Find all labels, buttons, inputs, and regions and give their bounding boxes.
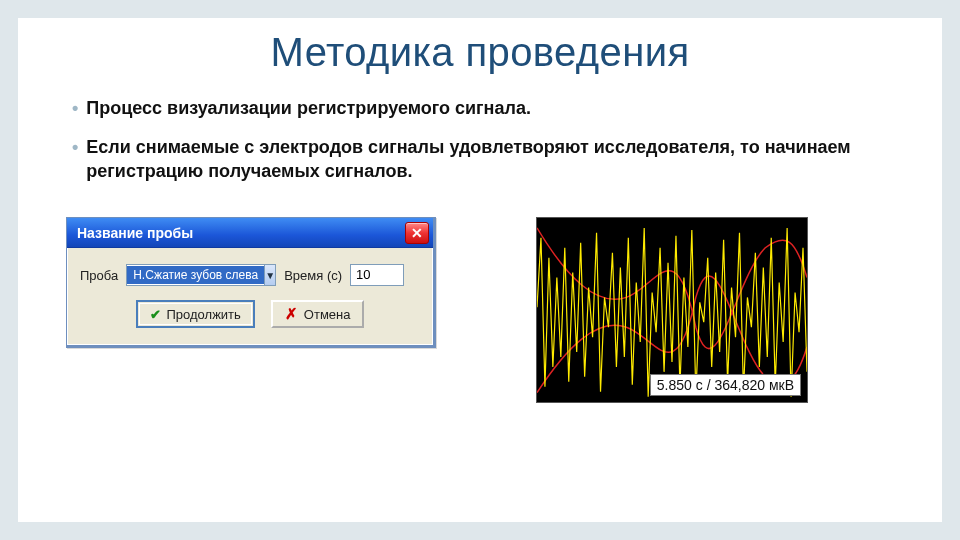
close-icon: ✕ [411, 225, 423, 241]
time-label: Время (с) [284, 268, 342, 283]
check-icon: ✔ [150, 307, 161, 322]
dialog-button-row: ✔ Продолжить ✗ Отмена [80, 300, 420, 328]
proba-select[interactable]: Н.Сжатие зубов слева ▼ [126, 264, 276, 286]
slide-title: Методика проведения [66, 30, 894, 75]
bullet-text: Если снимаемые с электродов сигналы удов… [86, 136, 894, 183]
bullet-dot-icon: • [72, 136, 78, 159]
bullet-dot-icon: • [72, 97, 78, 120]
continue-label: Продолжить [167, 307, 241, 322]
dialog-row-inputs: Проба Н.Сжатие зубов слева ▼ Время (с) 1… [80, 264, 420, 286]
proba-label: Проба [80, 268, 118, 283]
dialog-title: Название пробы [77, 225, 405, 241]
cancel-label: Отмена [304, 307, 351, 322]
time-value: 10 [356, 267, 370, 282]
slide: Методика проведения • Процесс визуализац… [0, 0, 960, 540]
cancel-button[interactable]: ✗ Отмена [271, 300, 365, 328]
plot-readout: 5.850 с / 364,820 мкВ [650, 374, 801, 396]
figures-row: Название пробы ✕ Проба Н.Сжатие зубов сл… [66, 217, 894, 403]
chevron-down-icon[interactable]: ▼ [264, 265, 275, 285]
dialog-titlebar[interactable]: Название пробы ✕ [67, 218, 433, 248]
bullet-item: • Процесс визуализации регистрируемого с… [72, 97, 894, 120]
continue-button[interactable]: ✔ Продолжить [136, 300, 255, 328]
dialog-body: Проба Н.Сжатие зубов слева ▼ Время (с) 1… [67, 248, 433, 345]
time-input[interactable]: 10 [350, 264, 404, 286]
bullet-text: Процесс визуализации регистрируемого сиг… [86, 97, 894, 120]
close-button[interactable]: ✕ [405, 222, 429, 244]
proba-value: Н.Сжатие зубов слева [127, 266, 264, 284]
bullet-item: • Если снимаемые с электродов сигналы уд… [72, 136, 894, 183]
cancel-x-icon: ✗ [285, 305, 298, 323]
sample-name-dialog: Название пробы ✕ Проба Н.Сжатие зубов сл… [66, 217, 436, 348]
bullet-list: • Процесс визуализации регистрируемого с… [72, 97, 894, 183]
signal-plot: 5.850 с / 364,820 мкВ [536, 217, 808, 403]
